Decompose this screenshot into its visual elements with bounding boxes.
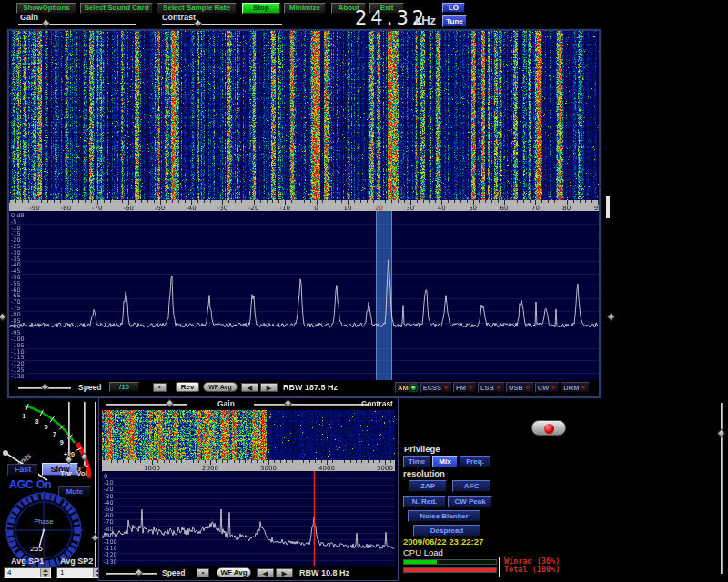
s-meter-scale-number: 9	[60, 439, 64, 446]
main-gain-label: Gain	[20, 13, 38, 22]
mode-led-icon	[468, 385, 474, 391]
phase-value: 255	[30, 545, 43, 553]
avg-sp1-value: 4	[7, 568, 11, 577]
cpu-bar-end-mark	[499, 557, 500, 577]
cpu-total-text: Total (100%)	[504, 565, 560, 574]
resolution-label: resolution	[403, 468, 445, 478]
avg-sp1-spinner[interactable]	[40, 568, 50, 577]
datetime-label: 2009/06/22 23:22:27	[403, 537, 483, 547]
zap-button[interactable]: ZAP	[409, 480, 447, 492]
speed-divisor-button[interactable]: /10	[109, 382, 139, 392]
cpu-winrad-fill	[404, 560, 437, 564]
threshold-label: Thr	[60, 469, 72, 477]
main-contrast-slider[interactable]	[162, 24, 282, 25]
avg-sp1-spinbox[interactable]: 4	[4, 567, 51, 578]
s-meter-needle-tip	[3, 450, 8, 456]
main-gain-slider[interactable]	[18, 24, 136, 25]
frequency-unit: kHz	[415, 14, 436, 27]
mode-ecss-button[interactable]: ECSS	[420, 382, 452, 393]
s-meter-scale-number: 3	[35, 418, 38, 425]
winrad-app: { "toolbar": { "show_options": "ShowOpti…	[0, 0, 728, 582]
mode-led-icon	[525, 385, 531, 391]
zoom-gain-slider[interactable]	[106, 404, 187, 406]
cpu-total-bar	[403, 567, 497, 573]
zoom-control-bar: Speed • WF Avg ◀ ▶ RBW 10.8 Hz	[102, 566, 395, 580]
zoom-wf-avg-button[interactable]: WF Avg	[217, 567, 251, 577]
mode-label: USB	[509, 384, 523, 392]
avg-sp2-label: Avg SP2	[60, 557, 93, 566]
privilege-time-button[interactable]: Time	[403, 456, 430, 467]
s-meter-scale-number: 7	[53, 431, 56, 437]
zoom-hold-dot-button[interactable]: •	[197, 568, 209, 577]
zoom-speed-slider-handle[interactable]	[135, 568, 144, 577]
mode-fm-button[interactable]: FM	[453, 382, 477, 393]
right-tall-slider-handle[interactable]	[717, 429, 726, 438]
cw-peak-button[interactable]: CW Peak	[448, 496, 492, 507]
main-wf-avg-button[interactable]: WF Avg	[203, 382, 238, 392]
main-display-frame: Speed /10 • Rev WF Avg ◀ ▶ RBW 187.5 Hz …	[7, 29, 601, 398]
mode-label: FM	[456, 384, 466, 392]
zoom-display-frame: Gain Contrast Speed • WF Avg ◀ ▶ RBW 10.…	[98, 397, 399, 581]
right-scroll-mark[interactable]	[606, 196, 610, 218]
zoom-contrast-slider-handle[interactable]	[284, 399, 293, 408]
main-waterfall-canvas[interactable]	[9, 31, 599, 200]
lo-button[interactable]: LO	[442, 3, 465, 13]
zoom-right-arrow-button[interactable]: ▶	[276, 568, 293, 577]
zoom-waterfall-canvas[interactable]	[102, 410, 395, 460]
main-control-bar: Speed /10 • Rev WF Avg ◀ ▶ RBW 187.5 Hz …	[9, 380, 599, 396]
stop-button[interactable]: Stop	[242, 3, 280, 14]
main-speed-slider-handle[interactable]	[41, 383, 50, 392]
record-button[interactable]	[531, 420, 566, 436]
mode-usb-button[interactable]: USB	[506, 382, 534, 393]
privilege-mix-button[interactable]: Mix	[432, 456, 458, 467]
zoom-spectrum-canvas[interactable]	[102, 471, 395, 566]
mode-cw-button[interactable]: CW	[535, 382, 561, 393]
select-sound-card-button[interactable]: Select Sound Card	[80, 3, 153, 14]
mode-led-icon	[410, 385, 417, 391]
tune-button[interactable]: Tune	[442, 15, 467, 27]
main-spectrum-canvas[interactable]	[9, 211, 599, 380]
record-icon	[544, 424, 554, 434]
main-left-arrow-button[interactable]: ◀	[241, 383, 258, 392]
mode-lsb-button[interactable]: LSB	[478, 382, 505, 393]
main-frequency-ruler[interactable]	[9, 200, 599, 211]
zoom-frequency-ruler[interactable]	[102, 460, 395, 471]
main-right-slider-handle[interactable]	[607, 313, 616, 322]
mode-drm-button[interactable]: DRM	[561, 382, 590, 393]
zoom-speed-slider[interactable]	[106, 573, 157, 575]
mode-led-icon	[496, 385, 502, 391]
noise-reduction-button[interactable]: N. Red.	[403, 496, 446, 507]
cpu-load-label: CPU Load	[403, 547, 443, 557]
main-speed-label: Speed	[78, 383, 102, 392]
cpu-winrad-bar	[403, 559, 497, 565]
volume-label: Vol	[76, 469, 87, 477]
main-gain-slider-handle[interactable]	[42, 19, 51, 28]
hold-dot-button[interactable]: •	[153, 383, 167, 392]
left-tall-slider[interactable]	[95, 402, 96, 575]
s-meter-scale-number: 1	[23, 413, 26, 419]
mode-led-icon	[443, 385, 450, 391]
phase-center-dot	[43, 529, 46, 532]
rev-button[interactable]: Rev	[176, 382, 199, 392]
zoom-gain-slider-handle[interactable]	[166, 399, 175, 408]
main-right-arrow-button[interactable]: ▶	[260, 383, 278, 392]
privilege-freq-button[interactable]: Freq.	[460, 456, 490, 467]
zoom-gain-label: Gain	[217, 399, 235, 408]
zoom-contrast-label: Contrast	[361, 399, 393, 408]
main-contrast-slider-handle[interactable]	[194, 19, 203, 28]
zoom-left-arrow-button[interactable]: ◀	[257, 568, 274, 577]
mode-am-button[interactable]: AM	[395, 382, 420, 393]
minimize-button[interactable]: Minimize	[284, 3, 326, 14]
noise-blanker-button[interactable]: Noise Blanker	[408, 510, 480, 522]
avg-sp2-spinbox[interactable]: 1	[56, 567, 104, 578]
mode-label: ECSS	[423, 384, 441, 392]
main-contrast-label: Contrast	[162, 13, 196, 22]
main-rbw-label: RBW 187.5 Hz	[283, 383, 338, 392]
zoom-contrast-slider[interactable]	[254, 404, 369, 406]
main-left-slider-handle[interactable]	[0, 313, 6, 322]
afc-button[interactable]: AFC	[452, 480, 490, 492]
despread-button[interactable]: Despread	[413, 525, 480, 537]
agc-fast-button[interactable]: Fast	[7, 464, 38, 476]
mode-label: LSB	[480, 384, 494, 392]
cpu-total-fill	[404, 568, 496, 572]
